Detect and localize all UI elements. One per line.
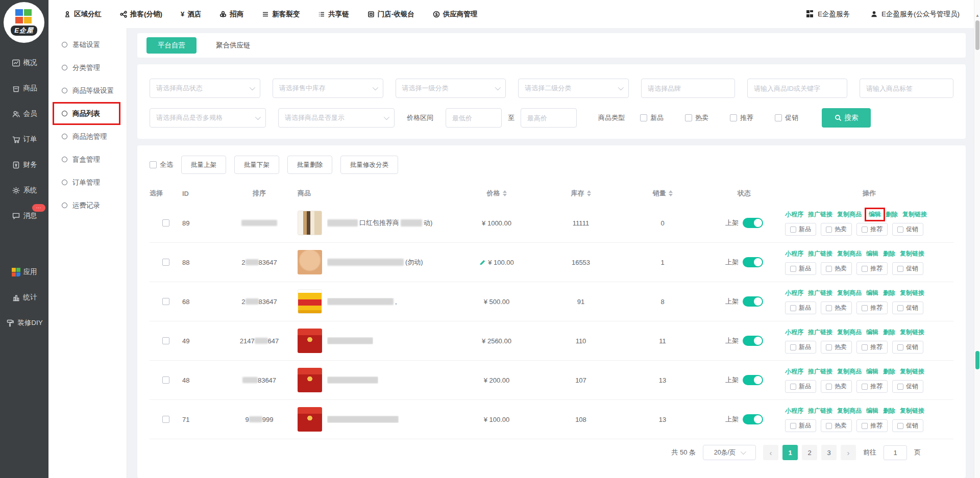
row-checkbox[interactable] xyxy=(162,298,169,305)
sort-carets[interactable] xyxy=(587,190,591,196)
select-onsale-stock[interactable]: 请选择售中库存 xyxy=(273,79,383,98)
status-toggle[interactable] xyxy=(743,218,763,228)
edit-link[interactable]: 编辑 xyxy=(866,249,878,258)
copy-goods-link[interactable]: 复制商品 xyxy=(837,367,862,376)
row-checkbox[interactable] xyxy=(162,259,169,266)
row-checkbox-promo[interactable]: 促销 xyxy=(892,419,923,432)
topbar-service-menu[interactable]: E企盈服务 xyxy=(806,10,850,19)
submenu-item-goods-list[interactable]: 商品列表 xyxy=(48,102,127,125)
sort-carets[interactable] xyxy=(669,190,673,196)
status-toggle[interactable] xyxy=(743,257,763,267)
copy-goods-link[interactable]: 复制商品 xyxy=(837,289,862,297)
goto-page-input[interactable] xyxy=(884,445,907,460)
status-toggle[interactable] xyxy=(743,375,763,385)
max-price-input[interactable] xyxy=(521,108,577,128)
edit-link[interactable]: 编辑 xyxy=(866,407,878,415)
row-checkbox-promo[interactable]: 促销 xyxy=(892,301,923,314)
submenu-item-blind-box[interactable]: 盲盒管理 xyxy=(48,148,127,171)
batch-onshelf-button[interactable]: 批量上架 xyxy=(181,156,226,174)
row-checkbox[interactable] xyxy=(162,219,169,227)
topnav-item-distribution[interactable]: 推客(分销) xyxy=(120,10,162,19)
delete-link[interactable]: 删除 xyxy=(883,249,895,258)
edit-link[interactable]: 编辑 xyxy=(865,208,885,221)
vertical-scrollbar[interactable]: ▲ xyxy=(974,0,980,478)
sidebar-item-stats[interactable]: 统计 xyxy=(0,285,48,310)
miniprogram-link[interactable]: 小程序 xyxy=(785,289,803,297)
row-checkbox-recommend[interactable]: 推荐 xyxy=(856,301,888,314)
copy-url-link[interactable]: 复制链接 xyxy=(900,407,924,415)
row-checkbox-promo[interactable]: 促销 xyxy=(892,380,923,393)
topnav-item-fission[interactable]: 新客裂变 xyxy=(262,10,300,19)
copy-goods-link[interactable]: 复制商品 xyxy=(837,249,862,258)
submenu-item-goods-level[interactable]: 商品等级设置 xyxy=(48,79,127,102)
row-checkbox-new[interactable]: 新品 xyxy=(785,380,816,393)
search-button[interactable]: 搜索 xyxy=(822,108,871,128)
filter-checkbox-hot[interactable]: 热卖 xyxy=(685,113,708,122)
topnav-item-store-cashier[interactable]: 门店-收银台 xyxy=(368,10,414,19)
miniprogram-link[interactable]: 小程序 xyxy=(785,328,803,337)
row-checkbox-recommend[interactable]: 推荐 xyxy=(856,419,888,432)
select-level2-category[interactable]: 请选择二级分类 xyxy=(518,79,629,98)
copy-url-link[interactable]: 复制链接 xyxy=(900,249,924,258)
row-checkbox-promo[interactable]: 促销 xyxy=(892,341,923,354)
row-checkbox-new[interactable]: 新品 xyxy=(785,301,816,314)
prev-page-button[interactable]: ‹ xyxy=(763,445,778,460)
promo-link[interactable]: 推广链接 xyxy=(808,367,832,376)
row-checkbox-new[interactable]: 新品 xyxy=(785,223,816,236)
miniprogram-link[interactable]: 小程序 xyxy=(785,367,803,376)
edit-link[interactable]: 编辑 xyxy=(866,367,878,376)
select-multi-spec[interactable]: 请选择商品是否多规格 xyxy=(150,108,266,128)
sidebar-item-members[interactable]: 会员 xyxy=(0,101,48,127)
sidebar-item-messages[interactable]: ... 消息 xyxy=(0,203,48,229)
promo-link[interactable]: 推广链接 xyxy=(808,249,832,258)
row-checkbox[interactable] xyxy=(162,376,169,384)
copy-url-link[interactable]: 复制链接 xyxy=(902,210,927,219)
row-checkbox-promo[interactable]: 促销 xyxy=(892,262,923,275)
topbar-account-menu[interactable]: E企盈服务(公众号管理员) xyxy=(870,10,960,19)
filter-checkbox-recommend[interactable]: 推荐 xyxy=(730,113,753,122)
page-button-3[interactable]: 3 xyxy=(821,445,837,460)
topnav-item-supplier[interactable]: 供应商管理 xyxy=(433,10,478,19)
miniprogram-link[interactable]: 小程序 xyxy=(785,249,803,258)
topnav-item-investment[interactable]: 招商 xyxy=(219,10,243,19)
brand-input[interactable] xyxy=(641,79,735,98)
page-size-select[interactable]: 20条/页 xyxy=(703,445,756,460)
row-checkbox-hot[interactable]: 热卖 xyxy=(821,301,852,314)
batch-recategory-button[interactable]: 批量修改分类 xyxy=(340,156,398,174)
goods-tag-input[interactable] xyxy=(860,79,953,98)
row-checkbox-hot[interactable]: 热卖 xyxy=(821,419,852,432)
submenu-item-basic-settings[interactable]: 基础设置 xyxy=(48,33,127,56)
tab-aggregated-supply[interactable]: 聚合供应链 xyxy=(216,41,251,50)
topnav-item-hotel[interactable]: ¥ 酒店 xyxy=(181,10,201,19)
delete-link[interactable]: 删除 xyxy=(883,289,895,297)
app-logo[interactable]: E企屋 xyxy=(4,2,44,43)
scrollbar-indicator[interactable] xyxy=(975,351,979,369)
topnav-item-shared-chain[interactable]: 共享链 xyxy=(318,10,349,19)
delete-link[interactable]: 删除 xyxy=(883,328,895,337)
row-checkbox-promo[interactable]: 促销 xyxy=(892,223,923,236)
submenu-item-goods-pool[interactable]: 商品池管理 xyxy=(48,125,127,148)
batch-delete-button[interactable]: 批量删除 xyxy=(287,156,332,174)
sidebar-item-diy[interactable]: 装修DIY xyxy=(0,310,48,336)
row-checkbox-recommend[interactable]: 推荐 xyxy=(856,223,888,236)
submenu-item-order-mgmt[interactable]: 订单管理 xyxy=(48,171,127,194)
filter-checkbox-promo[interactable]: 促销 xyxy=(775,113,798,122)
scrollbar-up-arrow[interactable]: ▲ xyxy=(974,13,980,18)
edit-link[interactable]: 编辑 xyxy=(866,328,878,337)
row-checkbox-new[interactable]: 新品 xyxy=(785,341,816,354)
delete-link[interactable]: 删除 xyxy=(886,210,898,219)
sidebar-item-system[interactable]: 系统 xyxy=(0,178,48,203)
row-checkbox-hot[interactable]: 热卖 xyxy=(821,380,852,393)
copy-goods-link[interactable]: 复制商品 xyxy=(837,407,862,415)
status-toggle[interactable] xyxy=(743,296,763,307)
edit-link[interactable]: 编辑 xyxy=(866,289,878,297)
tab-platform-self[interactable]: 平台自营 xyxy=(146,37,197,54)
next-page-button[interactable]: › xyxy=(841,445,856,460)
select-goods-status[interactable]: 请选择商品状态 xyxy=(150,79,260,98)
status-toggle[interactable] xyxy=(743,336,763,346)
copy-goods-link[interactable]: 复制商品 xyxy=(837,328,862,337)
row-checkbox[interactable] xyxy=(162,337,169,344)
row-checkbox-new[interactable]: 新品 xyxy=(785,262,816,275)
goods-id-keyword-input[interactable] xyxy=(747,79,847,98)
sidebar-item-finance[interactable]: 财务 xyxy=(0,152,48,178)
